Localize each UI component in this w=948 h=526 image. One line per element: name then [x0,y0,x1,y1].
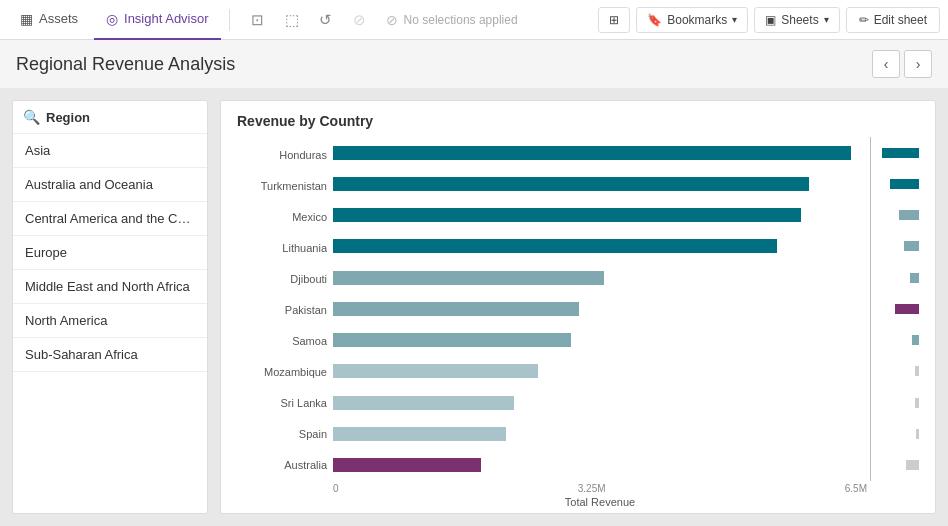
bar-row-mexico [333,204,919,226]
x-tick-65: 6.5M [845,483,867,494]
label-turkmenistan: Turkmenistan [237,180,327,192]
side-bar [895,304,919,314]
bar-row-honduras [333,142,919,164]
sidebar-item-north-america[interactable]: North America [13,304,207,338]
x-tick-0: 0 [333,483,339,494]
bar-track [333,427,867,441]
bookmarks-label: Bookmarks [667,13,727,27]
sidebar-item-middle-east[interactable]: Middle East and North Africa [13,270,207,304]
page-navigation: ‹ › [872,50,932,78]
bars-container [333,137,919,481]
bookmarks-chevron: ▾ [732,14,737,25]
label-djibouti: Djibouti [237,273,327,285]
lasso-tool[interactable]: ⊡ [242,4,274,36]
side-bar [890,179,919,189]
side-bar [916,429,919,439]
assets-icon: ▦ [20,11,33,27]
nav-right: ⊞ 🔖 Bookmarks ▾ ▣ Sheets ▾ ✏ Edit sheet [598,7,940,33]
no-sel-icon: ⊘ [386,12,398,28]
bar-track [333,146,867,160]
bar-fill [333,302,579,316]
x-axis-title: Total Revenue [565,492,635,512]
sidebar-item-europe[interactable]: Europe [13,236,207,270]
sheets-chevron: ▾ [824,14,829,25]
label-spain: Spain [237,428,327,440]
sidebar-item-central-america[interactable]: Central America and the Cari... [13,202,207,236]
bar-fill [333,146,851,160]
bar-fill [333,239,777,253]
edit-sheet-btn[interactable]: ✏ Edit sheet [846,7,940,33]
rotate-tool[interactable]: ↺ [310,4,342,36]
side-bar [910,273,919,283]
rect-tool[interactable]: ⬚ [276,4,308,36]
bar-row-spain [333,423,919,445]
page-title: Regional Revenue Analysis [16,54,235,75]
page-next-btn[interactable]: › [904,50,932,78]
side-bar [882,148,919,158]
side-bar [915,366,919,376]
bar-row-lithuania [333,235,919,257]
bar-fill [333,427,506,441]
bar-row-samoa [333,329,919,351]
bar-row-australia [333,454,919,476]
bar-track [333,208,867,222]
chart-area: Honduras Turkmenistan Mexico Lithuania D… [221,137,935,513]
label-mexico: Mexico [237,211,327,223]
sidebar-item-asia[interactable]: Asia [13,134,207,168]
bar-labels: Honduras Turkmenistan Mexico Lithuania D… [237,137,333,481]
bar-row-pakistan [333,298,919,320]
label-lithuania: Lithuania [237,242,327,254]
label-honduras: Honduras [237,149,327,161]
x-axis-label: Total Revenue [333,494,867,509]
sidebar-list: Asia Australia and Oceania Central Ameri… [13,134,207,513]
bar-track [333,302,867,316]
bar-fill [333,333,571,347]
chart-panel: Revenue by Country Honduras Turkmenistan… [220,100,936,514]
tab-insight-label: Insight Advisor [124,11,209,26]
label-samoa: Samoa [237,335,327,347]
no-selections-label: No selections applied [404,13,518,27]
sidebar-item-sub-saharan[interactable]: Sub-Saharan Africa [13,338,207,372]
clear-tool: ⊘ [344,4,376,36]
side-bar [904,241,919,251]
no-selections-indicator: ⊘ No selections applied [386,12,518,28]
main-area: 🔍 Region Asia Australia and Oceania Cent… [0,88,948,526]
page-prev-btn[interactable]: ‹ [872,50,900,78]
side-bar [915,398,919,408]
sidebar-item-australia[interactable]: Australia and Oceania [13,168,207,202]
page-header: Regional Revenue Analysis ‹ › [0,40,948,88]
bar-row-djibouti [333,267,919,289]
label-pakistan: Pakistan [237,304,327,316]
page-content: Regional Revenue Analysis ‹ › 🔍 Region A… [0,40,948,526]
nav-tools: ⊡ ⬚ ↺ ⊘ [242,4,376,36]
bar-track [333,458,867,472]
bar-fill [333,177,809,191]
bar-track [333,396,867,410]
tab-assets-label: Assets [39,11,78,26]
grid-icon: ⊞ [609,13,619,27]
chart-body: Honduras Turkmenistan Mexico Lithuania D… [237,137,919,481]
grid-view-btn[interactable]: ⊞ [598,7,630,33]
sidebar: 🔍 Region Asia Australia and Oceania Cent… [12,100,208,514]
bar-track [333,177,867,191]
sheets-icon: ▣ [765,13,776,27]
bar-track [333,333,867,347]
side-bar [906,460,919,470]
bookmark-icon: 🔖 [647,13,662,27]
tab-assets[interactable]: ▦ Assets [8,0,90,40]
label-mozambique: Mozambique [237,366,327,378]
tab-insight-advisor[interactable]: ◎ Insight Advisor [94,0,221,40]
bar-fill [333,458,481,472]
divider-line [870,137,871,481]
sheets-label: Sheets [781,13,818,27]
insight-icon: ◎ [106,11,118,27]
sheets-btn[interactable]: ▣ Sheets ▾ [754,7,839,33]
bookmarks-btn[interactable]: 🔖 Bookmarks ▾ [636,7,748,33]
bar-row-mozambique [333,360,919,382]
bar-fill [333,396,514,410]
edit-icon: ✏ [859,13,869,27]
bar-row-turkmenistan [333,173,919,195]
chart-title: Revenue by Country [221,101,935,137]
search-icon: 🔍 [23,109,40,125]
bar-fill [333,271,604,285]
